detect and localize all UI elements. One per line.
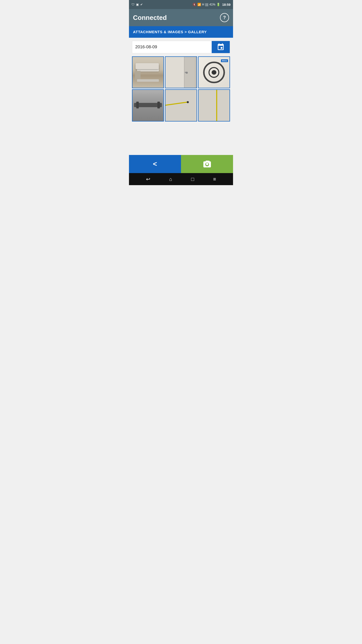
shield-icon: 🛡 [131, 3, 134, 6]
android-menu-button[interactable]: ≡ [213, 176, 216, 182]
page-title: Connected [133, 14, 167, 22]
gallery-item[interactable] [132, 89, 164, 121]
gallery-item[interactable] [198, 89, 230, 121]
battery-icon: 🔋 [216, 3, 220, 6]
breadcrumb: ATTACHMENTS & IMAGES > GALLERY [133, 30, 207, 34]
android-back-button[interactable]: ↩ [146, 176, 150, 182]
back-icon: < [153, 160, 157, 168]
ac-indoor-image [132, 57, 163, 88]
bottom-bar: < [129, 155, 233, 173]
app-header: Connected ? [129, 9, 233, 26]
android-recent-button[interactable]: □ [191, 176, 194, 182]
date-input[interactable]: 2016-08-09 [132, 41, 212, 53]
wifi-icon: 📶 [197, 3, 201, 6]
door-image [165, 57, 196, 88]
gallery-item[interactable]: Midea [198, 56, 230, 88]
mute-icon: 🔇 [193, 3, 196, 6]
check-icon: ✔ [140, 3, 143, 6]
status-icons-left: 🛡 ▣ ✔ [131, 3, 143, 6]
android-home-button[interactable]: ⌂ [169, 176, 172, 182]
battery-level: 41% [209, 3, 215, 6]
ac-outdoor-image: Midea [199, 57, 230, 88]
midea-badge: Midea [221, 59, 228, 62]
gallery-item[interactable] [165, 56, 197, 88]
tablet-icon: ▣ [136, 3, 139, 6]
signal-type: H [202, 3, 204, 6]
breadcrumb-bar: ATTACHMENTS & IMAGES > GALLERY [129, 26, 233, 38]
gallery-grid: Midea [129, 55, 233, 123]
add-photo-button[interactable] [181, 155, 233, 173]
signal-bars: |||| [205, 3, 208, 6]
content-spacer [129, 123, 233, 155]
status-time: 18:59 [222, 3, 231, 7]
status-bar: 🛡 ▣ ✔ 🔇 📶 H |||| 41% 🔋 18:59 [129, 0, 233, 9]
camera-icon [203, 159, 212, 169]
android-nav-bar: ↩ ⌂ □ ≡ [129, 173, 233, 185]
status-right: 🔇 📶 H |||| 41% 🔋 18:59 [193, 3, 231, 7]
calendar-button[interactable] [212, 41, 230, 53]
calendar-icon [217, 43, 225, 51]
pipe-image [132, 90, 163, 121]
back-button[interactable]: < [129, 155, 181, 173]
date-picker-row[interactable]: 2016-08-09 [132, 41, 230, 53]
gallery-item[interactable] [165, 89, 197, 121]
help-button[interactable]: ? [220, 13, 229, 22]
yellow-diagonal-image [165, 90, 196, 121]
yellow-vertical-image [199, 90, 230, 121]
gallery-item[interactable] [132, 56, 164, 88]
